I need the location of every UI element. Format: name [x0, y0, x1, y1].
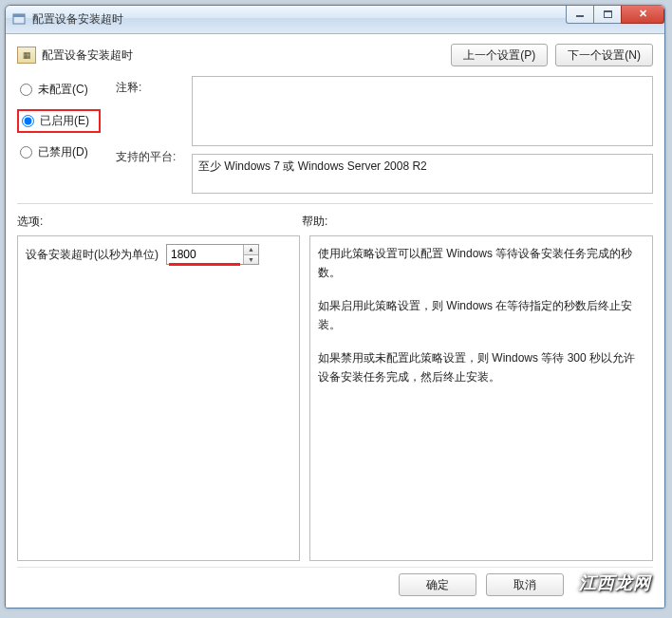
timeout-option-label: 设备安装超时(以秒为单位)	[26, 247, 159, 263]
help-paragraph-1: 使用此策略设置可以配置 Windows 等待设备安装任务完成的秒数。	[318, 244, 644, 283]
close-button[interactable]: ✕	[621, 5, 664, 24]
radio-disabled-label: 已禁用(D)	[38, 144, 88, 160]
timeout-option-row: 设备安装超时(以秒为单位) ▲ ▼	[26, 244, 291, 265]
options-section-label: 选项:	[17, 214, 302, 230]
header-row: ▦ 配置设备安装超时 上一个设置(P) 下一个设置(N)	[17, 44, 653, 66]
radio-not-configured[interactable]: 未配置(C)	[17, 80, 101, 100]
title-bar[interactable]: 配置设备安装超时 ✕	[6, 6, 664, 34]
field-labels-column: 注释: 支持的平台:	[116, 76, 177, 194]
client-area: ▦ 配置设备安装超时 上一个设置(P) 下一个设置(N) 未配置(C) 已启用(…	[6, 34, 664, 608]
radio-not-configured-label: 未配置(C)	[38, 82, 88, 98]
policy-title: 配置设备安装超时	[42, 47, 133, 64]
help-section-label: 帮助:	[302, 214, 653, 230]
minimize-button[interactable]	[566, 5, 594, 24]
ok-button[interactable]: 确定	[399, 573, 476, 596]
radio-disabled[interactable]: 已禁用(D)	[17, 142, 101, 162]
cancel-button[interactable]: 取消	[486, 573, 564, 596]
highlight-underline	[169, 263, 240, 266]
comment-label: 注释:	[116, 80, 177, 96]
previous-setting-button[interactable]: 上一个设置(P)	[451, 44, 548, 66]
maximize-button[interactable]	[593, 5, 622, 24]
config-area: 未配置(C) 已启用(E) 已禁用(D) 注释: 支持的平台: 至少 Windo…	[17, 76, 653, 204]
help-pane: 使用此策略设置可以配置 Windows 等待设备安装任务完成的秒数。 如果启用此…	[309, 235, 653, 561]
dialog-button-row: 确定 取消 应用(A) 江西龙网	[17, 567, 653, 598]
spinner-buttons: ▲ ▼	[243, 245, 258, 264]
window-title: 配置设备安装超时	[32, 11, 123, 28]
spinner-up-button[interactable]: ▲	[243, 245, 258, 255]
comment-textarea[interactable]	[192, 76, 653, 146]
radio-enabled[interactable]: 已启用(E)	[17, 109, 101, 133]
supported-platform-box: 至少 Windows 7 或 Windows Server 2008 R2	[192, 154, 653, 194]
radio-enabled-label: 已启用(E)	[40, 113, 89, 129]
options-pane: 设备安装超时(以秒为单位) ▲ ▼	[17, 235, 300, 561]
radio-enabled-input[interactable]	[22, 115, 34, 127]
state-radio-group: 未配置(C) 已启用(E) 已禁用(D)	[17, 76, 101, 194]
next-setting-button[interactable]: 下一个设置(N)	[555, 44, 653, 66]
help-paragraph-2: 如果启用此策略设置，则 Windows 在等待指定的秒数后终止安装。	[318, 296, 644, 335]
platform-label: 支持的平台:	[116, 149, 177, 165]
lower-panes: 设备安装超时(以秒为单位) ▲ ▼ 使用此策略设置可以配置 Windows 等待…	[17, 235, 653, 561]
svg-rect-2	[576, 15, 584, 17]
dialog-window: 配置设备安装超时 ✕ ▦ 配置设备安装超时 上一个设置(P) 下一个设置(N)	[5, 5, 665, 609]
fields-column: 至少 Windows 7 或 Windows Server 2008 R2	[192, 76, 653, 194]
policy-icon: ▦	[17, 47, 36, 64]
radio-not-configured-input[interactable]	[20, 84, 32, 96]
help-paragraph-3: 如果禁用或未配置此策略设置，则 Windows 等待 300 秒以允许设备安装任…	[318, 348, 644, 387]
radio-disabled-input[interactable]	[20, 146, 32, 159]
section-labels: 选项: 帮助:	[17, 214, 653, 230]
app-icon	[11, 12, 27, 28]
svg-rect-1	[13, 14, 25, 17]
timeout-spinner: ▲ ▼	[166, 244, 259, 265]
window-controls: ✕	[567, 5, 664, 24]
watermark-text: 江西龙网	[579, 571, 651, 594]
spinner-down-button[interactable]: ▼	[243, 255, 258, 265]
